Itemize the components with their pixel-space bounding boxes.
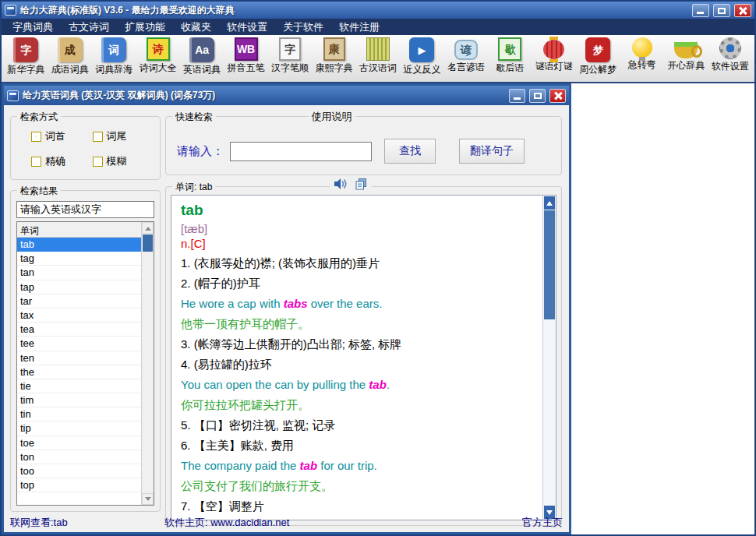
pinyin-wubi-button[interactable]: WB拼音五笔	[224, 37, 267, 81]
toolbar-label: 开心辞典	[667, 59, 705, 72]
menu-item-6[interactable]: 关于软件	[275, 19, 331, 36]
definition-line: 7. 【空】调整片	[181, 496, 533, 517]
scroll-track[interactable]	[543, 319, 556, 505]
official-homepage-link[interactable]: 官方主页	[522, 516, 563, 530]
word-list-item[interactable]: tim	[17, 393, 141, 407]
definition-segment: 你可拉拉环把罐头打开。	[181, 398, 309, 411]
word-list-item[interactable]: tap	[17, 280, 141, 294]
proverbs-button[interactable]: 谚名言谚语	[444, 37, 488, 81]
toolbar-label: 歇后语	[496, 62, 524, 75]
find-button[interactable]: 查找	[384, 139, 436, 164]
word-list-item[interactable]: tie	[17, 379, 141, 393]
menu-item-5[interactable]: 软件设置	[219, 19, 275, 36]
close-button[interactable]	[734, 4, 751, 17]
toolbar-label: 名言谚语	[447, 61, 485, 74]
translate-sentence-button[interactable]: 翻译句子	[459, 139, 525, 164]
app-logo-icon	[5, 5, 16, 16]
maximize-button[interactable]	[713, 4, 730, 17]
scroll-down-button[interactable]	[142, 493, 154, 505]
checkbox-fuzzy-label: 模糊	[107, 154, 127, 168]
word-list-item[interactable]: tax	[17, 309, 141, 323]
toolbar-label: 成语词典	[51, 63, 89, 76]
menu-item-2[interactable]: 古文诗词	[61, 19, 117, 36]
word-search-input[interactable]	[16, 201, 154, 218]
word-list-item[interactable]: tin	[17, 407, 141, 421]
checkbox-word-start[interactable]: 词首	[31, 129, 93, 143]
menu-item-1[interactable]: 字典词典	[5, 19, 61, 36]
sub-close-button[interactable]	[549, 89, 566, 103]
word-list-scrollbar[interactable]	[141, 222, 154, 505]
word-list-item[interactable]: tag	[17, 252, 141, 266]
status-bar: 联网查看:tab 软件主页: www.dacidian.net 官方主页	[10, 515, 563, 531]
word-list-item[interactable]: tan	[17, 266, 141, 280]
definition-segment: for our trip.	[317, 459, 377, 472]
checkbox-word-end[interactable]: 词尾	[93, 129, 154, 143]
happy-dictionary-button[interactable]: 开心辞典	[664, 37, 708, 81]
english-dictionary-button[interactable]: Aa英语词典	[180, 37, 224, 81]
checkbox-word-start-box	[31, 132, 41, 142]
scroll-thumb[interactable]	[143, 235, 153, 252]
idiom-dictionary-button[interactable]: 成成语词典	[48, 37, 91, 81]
arrow-down-icon	[145, 497, 151, 504]
stroke-order-button[interactable]: 字汉字笔顺	[268, 37, 312, 81]
dream-interpretation-button[interactable]: 梦周公解梦	[576, 37, 620, 81]
word-list-item[interactable]: tab	[17, 238, 141, 252]
word-list-item[interactable]: tip	[17, 421, 141, 436]
checkbox-word-start-label: 词首	[45, 129, 65, 143]
sub-maximize-button[interactable]	[529, 89, 546, 103]
main-window-title: 给力大辞典(标准版) V3.6 - 最给力最受欢迎的大辞典	[20, 4, 235, 17]
cihai-dictionary-icon: 词	[101, 37, 126, 62]
synonym-antonym-icon: ▶	[409, 37, 434, 62]
checkbox-exact[interactable]: 精确	[31, 154, 93, 168]
word-list-item[interactable]: ten	[17, 351, 141, 365]
copy-icon[interactable]	[355, 178, 367, 190]
kangxi-dictionary-button[interactable]: 康康熙字典	[312, 37, 355, 81]
definition-scrollbar[interactable]	[542, 196, 556, 520]
definition-line: 1. (衣服等处的)襟; (装饰衣服用的)垂片	[181, 253, 533, 273]
minimize-icon	[514, 97, 521, 100]
word-list-item[interactable]: ton	[17, 450, 141, 464]
word-list-item[interactable]: tee	[17, 337, 141, 351]
settings-gear-button[interactable]: 软件设置	[708, 37, 752, 81]
word-tools	[330, 178, 372, 190]
toolbar-label: 汉字笔顺	[271, 62, 309, 75]
minimize-button[interactable]	[692, 4, 709, 17]
definition-segment: The company paid the	[181, 459, 300, 472]
checkbox-fuzzy[interactable]: 模糊	[93, 154, 154, 168]
poetry-button[interactable]: 诗诗词大全	[136, 37, 179, 81]
minimize-icon	[697, 12, 704, 14]
synonym-antonym-button[interactable]: ▶近义反义	[400, 37, 443, 81]
brain-teaser-button[interactable]: 急转弯	[620, 37, 664, 81]
menu-item-4[interactable]: 收藏夹	[173, 19, 219, 36]
cihai-dictionary-button[interactable]: 词词典辞海	[92, 37, 136, 81]
sub-minimize-button[interactable]	[509, 89, 525, 103]
homepage-link[interactable]: 软件主页: www.dacidian.net	[164, 516, 522, 530]
xiehouyu-button[interactable]: 歇歇后语	[488, 37, 532, 81]
word-listbox: 单词 tabtagtantaptartaxteateetenthetietimt…	[16, 221, 154, 506]
word-list-item[interactable]: tar	[17, 294, 141, 309]
riddle-lantern-button[interactable]: 谜语灯谜	[532, 37, 576, 81]
word-list-item[interactable]: toe	[17, 436, 141, 450]
word-list-item[interactable]: too	[17, 464, 141, 478]
scroll-up-button[interactable]	[142, 222, 154, 234]
word-list-item[interactable]: tea	[17, 323, 141, 337]
speaker-icon[interactable]	[334, 178, 348, 190]
scroll-thumb[interactable]	[544, 210, 555, 319]
usage-instructions-label[interactable]: 使用说明	[309, 110, 355, 124]
online-lookup-link[interactable]: 联网查看:tab	[10, 516, 164, 530]
classical-chinese-button[interactable]: 古汉语词	[356, 37, 400, 81]
checkbox-fuzzy-box	[93, 157, 103, 167]
toolbar-label: 康熙字典	[316, 62, 353, 75]
xinhua-dictionary-button[interactable]: 字新华字典	[4, 37, 48, 81]
toolbar-label: 英语词典	[183, 63, 221, 76]
scroll-track[interactable]	[142, 252, 154, 493]
menu-item-7[interactable]: 软件注册	[331, 19, 387, 36]
definition-textarea: tab [tæb] n.[C] 1. (衣服等处的)襟; (装饰衣服用的)垂片2…	[171, 195, 556, 520]
word-list-item[interactable]: the	[17, 365, 141, 379]
menu-item-3[interactable]: 扩展功能	[117, 19, 173, 36]
mdi-area: 给力英语词典 (英汉-汉英 双解词典) (词条73万) 检索方式 词首词尾精确模…	[2, 83, 754, 534]
quick-search-input[interactable]	[230, 142, 372, 161]
definition-segment: 7. 【空】调整片	[181, 499, 264, 513]
scroll-up-button[interactable]	[544, 196, 555, 210]
word-list-item[interactable]: top	[17, 478, 141, 492]
